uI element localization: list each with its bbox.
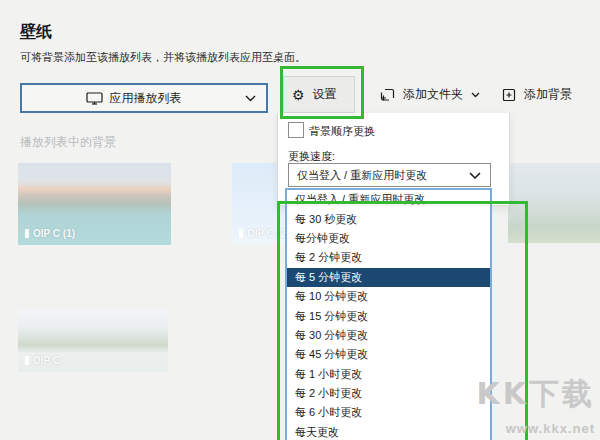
add-folder-icon	[380, 87, 395, 102]
speed-select-value: 仅当登入 / 重新应用时更改	[297, 168, 469, 183]
add-folder-label: 添加文件夹	[403, 86, 463, 103]
speed-option[interactable]: 每 10 分钟更改	[287, 287, 490, 306]
portrait-orientation-icon	[25, 229, 29, 238]
gear-icon: ⚙	[292, 88, 305, 102]
thumbnail-label: OIP C (1)	[33, 228, 75, 239]
watermark: KK下载 www.kkx.net	[477, 374, 596, 436]
watermark-logo: KK下载	[477, 374, 596, 415]
speed-option-selected[interactable]: 每 5 分钟更改	[287, 268, 490, 287]
watermark-url: www.kkx.net	[477, 421, 596, 436]
speed-select[interactable]: 仅当登入 / 重新应用时更改	[288, 163, 491, 187]
monitor-icon	[86, 92, 103, 105]
page-title: 壁纸	[20, 22, 52, 43]
speed-option[interactable]: 每天更改	[287, 423, 490, 440]
speed-option[interactable]: 仅当登入 / 重新应用时更改	[287, 190, 490, 209]
speed-option[interactable]: 每 6 小时更改	[287, 403, 490, 422]
speed-option[interactable]: 每 30 秒更改	[287, 209, 490, 228]
wallpaper-thumbnail[interactable]: OIP C (1)	[18, 163, 171, 245]
thumbnail-label: OIP C	[33, 355, 60, 366]
chevron-down-icon	[471, 92, 480, 98]
wallpaper-settings-window: 壁纸 可将背景添加至该播放列表，并将该播放列表应用至桌面。 应用播放列表 ⚙ 设…	[0, 0, 600, 440]
speed-option[interactable]: 每 1 小时更改	[287, 365, 490, 384]
settings-button[interactable]: ⚙ 设置	[283, 76, 355, 113]
shuffle-checkbox-label: 背景顺序更换	[309, 124, 375, 139]
speed-option[interactable]: 每分钟更改	[287, 229, 490, 248]
speed-options-listbox: 仅当登入 / 重新应用时更改 每 30 秒更改 每分钟更改 每 2 分钟更改 每…	[285, 188, 492, 440]
shuffle-checkbox[interactable]	[288, 122, 304, 138]
chevron-down-icon	[245, 95, 256, 102]
speed-option[interactable]: 每 30 分钟更改	[287, 326, 490, 345]
wallpaper-thumbnail[interactable]: OIP C	[18, 310, 168, 372]
dim-overlay	[508, 163, 600, 243]
apply-playlist-button[interactable]: 应用播放列表	[20, 83, 268, 113]
add-background-label: 添加背景	[524, 86, 572, 103]
settings-label: 设置	[313, 86, 337, 103]
apply-playlist-label: 应用播放列表	[110, 90, 182, 107]
wallpaper-thumbnail[interactable]	[508, 163, 600, 243]
portrait-orientation-icon	[239, 229, 243, 238]
add-folder-button[interactable]: 添加文件夹	[372, 76, 488, 113]
speed-option[interactable]: 每 15 分钟更改	[287, 306, 490, 325]
chevron-down-icon	[469, 172, 481, 179]
change-speed-label: 更换速度:	[288, 149, 335, 164]
portrait-orientation-icon	[25, 356, 29, 365]
playlist-section-label: 播放列表中的背景	[20, 134, 116, 151]
speed-option[interactable]: 每 2 小时更改	[287, 384, 490, 403]
page-subtitle: 可将背景添加至该播放列表，并将该播放列表应用至桌面。	[20, 50, 306, 65]
add-background-plus-icon	[502, 88, 516, 102]
add-background-button[interactable]: 添加背景	[494, 76, 580, 113]
speed-option[interactable]: 每 2 分钟更改	[287, 248, 490, 267]
thumbnail-label: OIP C (2)	[247, 228, 289, 239]
speed-option[interactable]: 每 45 分钟更改	[287, 345, 490, 364]
